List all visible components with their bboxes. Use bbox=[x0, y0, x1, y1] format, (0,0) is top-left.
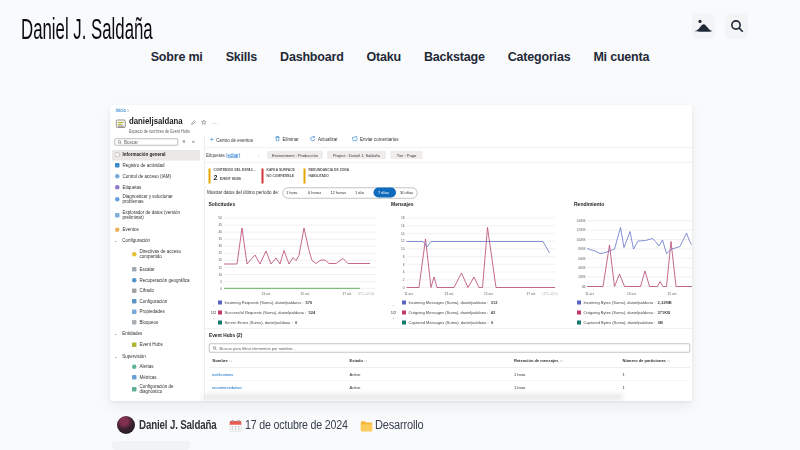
svg-text:120KB: 120KB bbox=[576, 228, 585, 232]
svg-text:35: 35 bbox=[218, 237, 222, 241]
svg-text:2: 2 bbox=[403, 278, 405, 282]
svg-text:4: 4 bbox=[403, 270, 405, 274]
svg-text:50: 50 bbox=[218, 216, 222, 220]
svg-text:10: 10 bbox=[218, 273, 222, 277]
svg-text:15 oct: 15 oct bbox=[484, 292, 493, 296]
svg-text:13 oct: 13 oct bbox=[262, 292, 271, 296]
svg-text:0B: 0B bbox=[582, 285, 586, 289]
svg-text:11 oct: 11 oct bbox=[404, 292, 413, 296]
svg-text:80KB: 80KB bbox=[578, 247, 585, 251]
svg-text:11 oct: 11 oct bbox=[585, 292, 594, 296]
svg-text:18: 18 bbox=[401, 216, 405, 220]
svg-text:25: 25 bbox=[218, 251, 222, 255]
svg-text:140KB: 140KB bbox=[576, 219, 585, 223]
svg-text:15: 15 bbox=[218, 266, 222, 270]
svg-text:0: 0 bbox=[403, 286, 405, 290]
svg-text:0: 0 bbox=[220, 287, 222, 291]
svg-text:17 oct: 17 oct bbox=[343, 292, 352, 296]
svg-text:40KB: 40KB bbox=[578, 266, 585, 270]
svg-text:40: 40 bbox=[218, 230, 222, 234]
svg-text:UTC+02:00: UTC+02:00 bbox=[358, 292, 375, 296]
svg-text:13 oct: 13 oct bbox=[445, 292, 454, 296]
svg-text:17 oct: 17 oct bbox=[527, 292, 536, 296]
svg-text:20KB: 20KB bbox=[578, 275, 585, 279]
svg-text:100KB: 100KB bbox=[576, 238, 585, 242]
svg-text:8: 8 bbox=[403, 255, 405, 259]
svg-text:16: 16 bbox=[401, 224, 405, 228]
svg-text:10: 10 bbox=[401, 247, 405, 251]
svg-text:20: 20 bbox=[218, 258, 222, 262]
svg-text:5: 5 bbox=[220, 280, 222, 284]
svg-text:13 oct: 13 oct bbox=[627, 292, 636, 296]
svg-text:30: 30 bbox=[218, 244, 222, 248]
svg-text:UTC+02:0: UTC+02:0 bbox=[543, 292, 558, 296]
svg-text:15 oct: 15 oct bbox=[301, 292, 310, 296]
svg-text:60KB: 60KB bbox=[578, 257, 585, 261]
svg-text:45: 45 bbox=[218, 223, 222, 227]
svg-text:12: 12 bbox=[401, 239, 405, 243]
svg-text:6: 6 bbox=[403, 263, 405, 267]
svg-text:14: 14 bbox=[401, 232, 405, 236]
svg-text:15 oct: 15 oct bbox=[668, 292, 677, 296]
